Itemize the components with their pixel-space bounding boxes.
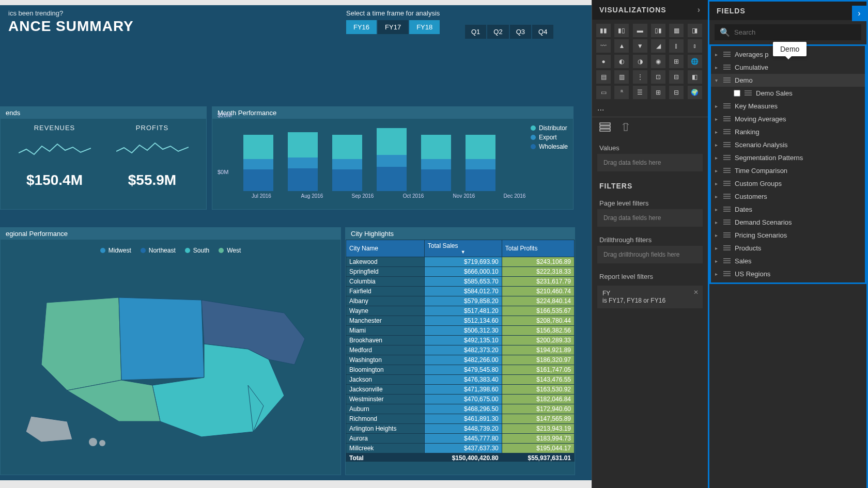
fy-filter-card[interactable]: ✕ FY is FY17, FY18 or FY16 [597,286,703,308]
table-row[interactable]: Fairfield$584,012.70$210,460.74 [346,287,575,296]
bar-column[interactable] [377,128,407,191]
viz-type-icon[interactable]: ⫿ [669,39,684,53]
viz-type-icon[interactable]: ◨ [688,24,702,37]
table-row[interactable]: Columbia$585,653.70$231,617.79 [346,277,575,287]
fy17-button[interactable]: FY17 [378,20,408,34]
viz-type-icon[interactable]: ▯▮ [651,24,665,37]
col-total-sales[interactable]: Total Sales▼ [424,240,502,257]
viz-type-icon[interactable]: ▬ [633,24,647,37]
table-row[interactable]: Miami$506,312.30$156,382.56 [346,326,575,336]
field-table-item[interactable]: ▾Demo [711,74,865,87]
field-table-item[interactable]: ▸Products [711,242,865,255]
field-table-item[interactable]: ▸Time Comparison [711,164,865,177]
trends-card[interactable]: ends REVENUES $150.4M PROFITS $55.9M [0,106,207,210]
table-row[interactable]: Albany$579,858.20$224,840.14 [346,296,575,306]
city-table-scroll[interactable]: City Name Total Sales▼ Total Profits Lak… [346,240,575,462]
bar-column[interactable] [421,135,451,191]
field-table-item[interactable]: ▸Customers [711,190,865,203]
table-row[interactable]: Aurora$445,777.80$183,994.73 [346,434,575,444]
viz-type-icon[interactable]: ◢ [651,39,665,53]
field-table-item[interactable]: ▸Scenario Analysis [711,138,865,151]
viz-type-icon[interactable]: 〰 [596,39,611,53]
viz-type-icon[interactable]: 🌐 [688,55,702,68]
page-filters-well[interactable]: Drag data fields here [597,209,703,227]
viz-type-icon[interactable]: ◉ [651,55,665,68]
bar-column[interactable] [288,132,318,191]
bar-column[interactable] [466,135,495,191]
viz-type-icon[interactable]: ⊞ [669,55,684,68]
table-row[interactable]: Auburn$468,296.50$172,940.60 [346,404,575,414]
viz-type-icon[interactable]: 🌍 [688,86,702,99]
q1-button[interactable]: Q1 [465,25,486,39]
table-row[interactable]: Wayne$517,481.20$166,535.67 [346,306,575,316]
viz-type-icon[interactable]: ᴿ [614,86,629,99]
viz-type-icon[interactable]: ⊡ [651,70,665,84]
drill-well[interactable]: Drag drillthrough fields here [597,246,703,263]
bar-column[interactable] [243,135,273,191]
field-table-item[interactable]: ▸Segmentation Patterns [711,151,865,164]
regional-card[interactable]: egional Performance Midwest Northeast So… [0,227,341,475]
viz-type-icon[interactable]: ⋮ [633,70,647,84]
table-row[interactable]: Millcreek$437,637.30$195,044.17 [346,444,575,453]
table-row[interactable]: Medford$482,373.20$194,921.89 [346,345,575,355]
city-highlights-card[interactable]: City Highlights City Name Total Sales▼ T… [345,227,575,475]
search-box[interactable]: 🔍 [715,24,861,40]
field-table-item[interactable]: ▸Cumulative [711,61,865,74]
field-table-item[interactable]: ▸Sales [711,255,865,267]
q3-button[interactable]: Q3 [510,25,531,39]
viz-type-icon[interactable]: ● [596,55,611,68]
bar-column[interactable] [332,135,362,191]
table-row[interactable]: Brookhaven$492,135.10$200,289.33 [346,336,575,345]
viz-type-icon[interactable]: ▼ [633,39,647,53]
q4-button[interactable]: Q4 [532,25,553,39]
field-table-item[interactable]: ▸Custom Groups [711,177,865,190]
table-row[interactable]: Richmond$461,891.30$147,565.89 [346,414,575,424]
viz-panel-header[interactable]: VISUALIZATIONS › [592,0,708,20]
field-table-item[interactable]: ▸Dates [711,203,865,216]
field-table-item[interactable]: ▸Ranking [711,125,865,138]
viz-type-icon[interactable]: ▥ [614,70,629,84]
viz-type-icon[interactable]: ▦ [669,24,684,37]
field-table-item[interactable]: ▸Demand Scenarios [711,216,865,229]
viz-type-icon[interactable]: ◐ [614,55,629,68]
field-table-item[interactable]: ▸Key Measures [711,100,865,113]
search-input[interactable] [734,28,856,36]
viz-type-icon[interactable]: ☰ [633,86,647,99]
col-city-name[interactable]: City Name [346,240,425,257]
viz-type-icon[interactable]: ◧ [688,70,702,84]
viz-type-icon[interactable]: ▭ [596,86,611,99]
col-total-profits[interactable]: Total Profits [502,240,574,257]
field-table-item[interactable]: ▸Moving Averages [711,113,865,125]
viz-type-icon[interactable]: ▮▯ [614,24,629,37]
chevron-right-icon[interactable]: › [698,5,701,14]
table-row[interactable]: Lakewood$719,693.90$243,106.89 [346,257,575,267]
fields-panel-header[interactable]: FIELDS [709,2,866,20]
viz-type-icon[interactable]: ▤ [596,70,611,84]
viz-type-icon[interactable]: ▲ [614,39,629,53]
table-row[interactable]: Springfield$666,000.10$222,318.33 [346,267,575,277]
field-checkbox[interactable] [734,90,740,97]
viz-type-icon[interactable]: ⊟ [669,70,684,84]
table-row[interactable]: Manchester$512,134.60$208,780.44 [346,316,575,326]
q2-button[interactable]: Q2 [487,25,508,39]
field-column-item[interactable]: Demo Sales [711,87,865,100]
fy18-button[interactable]: FY18 [409,20,440,34]
table-row[interactable]: Jackson$476,383.40$143,476.55 [346,375,575,385]
format-tab-icon[interactable] [621,122,630,135]
month-performance-card[interactable]: Month Performance $20M $0M Jul 2016Aug 2… [212,106,574,210]
viz-type-icon[interactable]: ⫾ [688,39,702,53]
collapse-button[interactable]: › [852,6,866,21]
field-table-item[interactable]: ▸US Regions [711,267,865,280]
table-row[interactable]: Washington$482,266.00$186,320.97 [346,355,575,365]
viz-type-icon[interactable]: ▮▮ [596,24,611,37]
table-row[interactable]: Arlington Heights$448,739.20$213,943.19 [346,424,575,434]
viz-type-icon[interactable]: ⊞ [651,86,665,99]
more-visuals-button[interactable]: ··· [592,103,708,117]
viz-type-icon[interactable]: ◑ [633,55,647,68]
fy16-button[interactable]: FY16 [346,20,377,34]
fields-tab-icon[interactable] [599,122,611,135]
table-row[interactable]: Bloomington$479,545.80$161,747.05 [346,365,575,375]
field-table-item[interactable]: ▸Pricing Scenarios [711,229,865,242]
values-well[interactable]: Drag data fields here [597,154,703,171]
viz-type-icon[interactable]: ⊟ [669,86,684,99]
